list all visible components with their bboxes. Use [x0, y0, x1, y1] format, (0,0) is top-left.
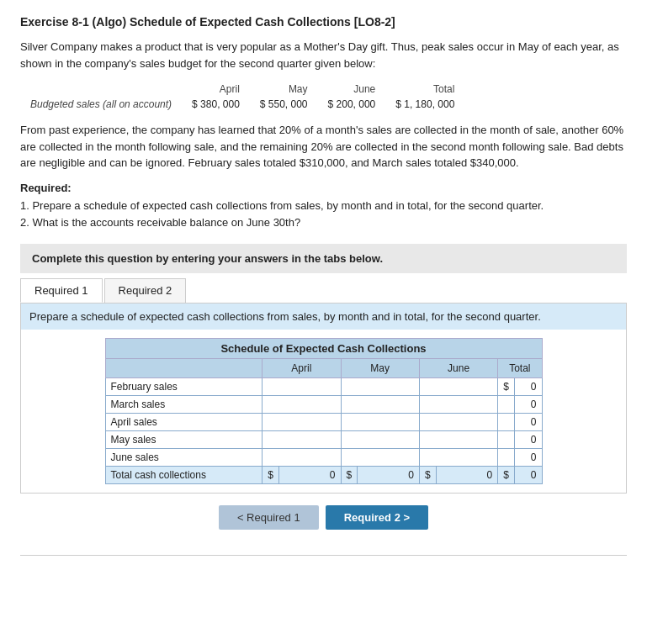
- cell-feb-april[interactable]: [263, 378, 341, 396]
- next-button[interactable]: Required 2 >: [326, 505, 428, 530]
- cell-feb-may[interactable]: [341, 378, 419, 396]
- input-jun-april[interactable]: [282, 450, 341, 465]
- input-mar-june[interactable]: [438, 397, 497, 412]
- row-label-april: April sales: [105, 414, 263, 431]
- budget-col-june: June: [318, 82, 386, 97]
- nav-buttons: < Required 1 Required 2 >: [20, 505, 627, 530]
- input-feb-april[interactable]: [282, 379, 341, 394]
- budget-col-may: May: [250, 82, 318, 97]
- col-header-blank: [105, 359, 263, 378]
- table-wrapper: Schedule of Expected Cash Collections Ap…: [20, 330, 627, 494]
- col-header-june: June: [419, 359, 497, 378]
- page-title: Exercise 8-1 (Algo) Schedule of Expected…: [20, 15, 627, 29]
- total-total-val: 0: [514, 467, 542, 484]
- jun-total-dollar: [498, 449, 515, 467]
- total-row-label: Total cash collections: [105, 467, 263, 484]
- cell-apr-may[interactable]: [341, 414, 419, 431]
- feb-total-val: 0: [514, 378, 542, 396]
- input-may-april[interactable]: [282, 432, 341, 447]
- row-may: May sales 0: [105, 431, 542, 449]
- row-february: February sales $ 0: [105, 378, 542, 396]
- complete-text: Complete this question by entering your …: [32, 252, 383, 265]
- cell-jun-april[interactable]: [263, 449, 341, 467]
- input-may-june[interactable]: [438, 432, 497, 447]
- row-label-march: March sales: [105, 396, 263, 414]
- budget-may-val: $ 550, 000: [250, 97, 318, 112]
- row-march: March sales 0: [105, 396, 542, 414]
- budget-row-label: Budgeted sales (all on account): [20, 97, 182, 112]
- tab-content-header: Prepare a schedule of expected cash coll…: [20, 304, 627, 330]
- cell-mar-april[interactable]: [263, 396, 341, 414]
- input-mar-april[interactable]: [282, 397, 341, 412]
- cell-may-april[interactable]: [263, 431, 341, 449]
- tabs-container: Required 1 Required 2: [20, 273, 627, 304]
- total-total-dollar: $: [498, 467, 515, 484]
- cell-feb-june[interactable]: [419, 378, 497, 396]
- table-caption: Schedule of Expected Cash Collections: [105, 339, 542, 359]
- total-row: Total cash collections $ 0 $ 0 $ 0 $ 0: [105, 467, 542, 484]
- cash-collections-table: Schedule of Expected Cash Collections Ap…: [105, 338, 543, 484]
- budget-table: April May June Total Budgeted sales (all…: [20, 82, 464, 112]
- input-may-may[interactable]: [360, 432, 419, 447]
- bottom-divider: [20, 555, 627, 556]
- tab-required2[interactable]: Required 2: [104, 278, 187, 303]
- cell-may-june[interactable]: [419, 431, 497, 449]
- budget-col-april: April: [182, 82, 250, 97]
- total-may-dollar: $: [341, 467, 358, 484]
- apr-total-dollar: [498, 414, 515, 431]
- cell-jun-may[interactable]: [341, 449, 419, 467]
- cell-apr-april[interactable]: [263, 414, 341, 431]
- required-items: 1. Prepare a schedule of expected cash c…: [20, 198, 627, 233]
- feb-total-dollar: $: [498, 378, 515, 396]
- budget-april-val: $ 380, 000: [182, 97, 250, 112]
- prev-button[interactable]: < Required 1: [219, 505, 319, 530]
- apr-total-val: 0: [514, 414, 542, 431]
- jun-total-val: 0: [514, 449, 542, 467]
- required-item-1: 1. Prepare a schedule of expected cash c…: [20, 198, 627, 215]
- total-june-val: 0: [436, 467, 498, 484]
- intro-text: Silver Company makes a product that is v…: [20, 39, 627, 71]
- total-june-dollar: $: [419, 467, 436, 484]
- total-april-dollar: $: [263, 467, 279, 484]
- input-mar-may[interactable]: [360, 397, 419, 412]
- input-feb-june[interactable]: [438, 379, 497, 394]
- row-label-may: May sales: [105, 431, 263, 449]
- mar-total-val: 0: [514, 396, 542, 414]
- input-jun-may[interactable]: [360, 450, 419, 465]
- cell-jun-june[interactable]: [419, 449, 497, 467]
- row-label-june: June sales: [105, 449, 263, 467]
- budget-total-val: $ 1, 180, 000: [385, 97, 464, 112]
- tab-required1[interactable]: Required 1: [20, 278, 103, 303]
- total-may-val: 0: [358, 467, 420, 484]
- input-apr-may[interactable]: [360, 414, 419, 430]
- required-item-2: 2. What is the accounts receivable balan…: [20, 214, 627, 232]
- row-label-february: February sales: [105, 378, 263, 396]
- input-feb-may[interactable]: [360, 379, 419, 394]
- experience-text: From past experience, the company has le…: [20, 122, 627, 172]
- budget-col-total: Total: [385, 82, 464, 97]
- input-apr-june[interactable]: [438, 414, 497, 430]
- cell-may-may[interactable]: [341, 431, 419, 449]
- input-apr-april[interactable]: [282, 414, 341, 430]
- may-total-val: 0: [514, 431, 542, 449]
- cell-mar-june[interactable]: [419, 396, 497, 414]
- col-header-total: Total: [498, 359, 542, 378]
- input-jun-june[interactable]: [438, 450, 497, 465]
- cell-apr-june[interactable]: [419, 414, 497, 431]
- cell-mar-may[interactable]: [341, 396, 419, 414]
- required-label: Required:: [20, 182, 627, 194]
- row-june: June sales 0: [105, 449, 542, 467]
- total-april-val: 0: [278, 467, 341, 484]
- row-april: April sales 0: [105, 414, 542, 431]
- mar-total-dollar: [498, 396, 515, 414]
- budget-june-val: $ 200, 000: [318, 97, 386, 112]
- col-header-may: May: [341, 359, 419, 378]
- col-header-april: April: [263, 359, 341, 378]
- complete-box: Complete this question by entering your …: [20, 244, 627, 273]
- may-total-dollar: [498, 431, 515, 449]
